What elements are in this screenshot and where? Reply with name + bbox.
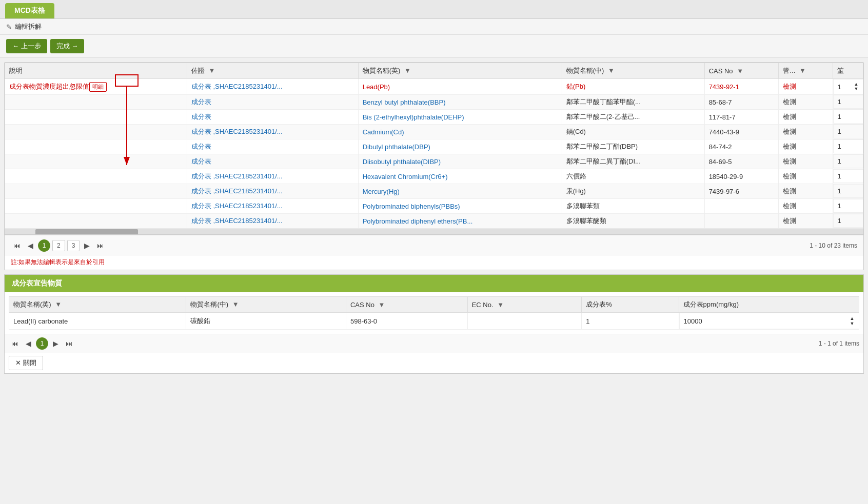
cell-manage: 檢測 — [779, 214, 833, 229]
scrollbar-thumb[interactable] — [35, 229, 138, 235]
top-table-header: 說明 佐證 ▼ 物質名稱(英) ▼ 物質名稱(中) ▼ — [5, 63, 863, 79]
cell-description — [5, 199, 187, 214]
cell-name-zh: 多溴聯苯類 — [562, 199, 704, 214]
cell-evidence: 成分表 ,SHAEC2185231401/... — [187, 184, 358, 199]
table-row: 成分表Dibutyl phthalate(DBP)鄰苯二甲酸二丁酯(DBP)84… — [5, 139, 863, 154]
cell-evidence: 成分表 — [187, 95, 358, 110]
tab-mcd[interactable]: MCD表格 — [5, 3, 54, 18]
prev-page-button[interactable]: ◀ — [25, 240, 36, 251]
cell-name-zh: 鄰苯二甲酸二(2-乙基己... — [562, 110, 704, 125]
bot-col-name-zh: 物質名稱(中) ▼ — [186, 297, 346, 313]
cell-cas-no — [704, 199, 779, 214]
ppm-down-button[interactable]: ▼ — [850, 321, 855, 326]
bot-last-page[interactable]: ⏭ — [63, 338, 75, 349]
bot-filter-cas[interactable]: ▼ — [379, 301, 385, 309]
cell-extra: 1 — [833, 184, 863, 198]
filter-cas-icon[interactable]: ▼ — [737, 67, 743, 75]
bot-filter-name-zh[interactable]: ▼ — [232, 300, 239, 308]
table-row: 成分表Benzyl butyl phthalate(BBP)鄰苯二甲酸丁酯苯甲酯… — [5, 95, 863, 110]
page-3-button[interactable]: 3 — [67, 240, 80, 251]
cell-manage: 檢測 — [779, 125, 833, 139]
detail-button[interactable]: 明細 — [89, 82, 107, 92]
cell-name-en: Mercury(Hg) — [358, 184, 562, 199]
bot-filter-ec[interactable]: ▼ — [497, 301, 504, 309]
cell-cas-no: 85-68-7 — [704, 95, 779, 110]
col-name-zh: 物質名稱(中) ▼ — [562, 63, 704, 79]
finish-button[interactable]: 完成 → — [50, 39, 85, 53]
cell-extra: 1 — [833, 169, 863, 183]
cell-name-zh: 鄰苯二甲酸二丁酯(DBP) — [562, 139, 704, 154]
first-page-button[interactable]: ⏮ — [11, 240, 23, 251]
filter-evidence-icon[interactable]: ▼ — [208, 67, 215, 74]
filter-name-zh-icon[interactable]: ▼ — [608, 67, 615, 74]
page-2-button[interactable]: 2 — [52, 240, 65, 251]
cell-cas-no — [704, 214, 779, 229]
bottom-table-body: Lead(II) carbonate碳酸鉛598-63-0110000▲▼ — [9, 313, 859, 330]
col-manage: 管... ▼ — [779, 63, 833, 79]
bot-filter-name-en[interactable]: ▼ — [55, 300, 62, 308]
cell-name-zh: 六價鉻 — [562, 169, 704, 184]
table-row: 成分表 ,SHAEC2185231401/...Polybrominated b… — [5, 199, 863, 214]
bot-col-ppm: 成分表ppm(mg/kg) — [679, 297, 859, 313]
cell-name-zh: 鄰苯二甲酸二異丁酯(DI... — [562, 154, 704, 169]
bot-cell-name_en: Lead(II) carbonate — [9, 313, 186, 330]
cell-manage: 檢測 — [779, 110, 833, 125]
bot-page-info: 1 - 1 of 1 items — [819, 340, 859, 347]
note-text: 註:如果無法編輯表示是來自於引用 — [5, 256, 863, 270]
col-evidence: 佐證 ▼ — [187, 63, 358, 79]
back-button[interactable]: ← 上一步 — [6, 39, 47, 53]
filter-name-en-icon[interactable]: ▼ — [404, 67, 411, 74]
cell-name-en: Diisobutyl phthalate(DIBP) — [358, 154, 562, 169]
scrollbar-area[interactable] — [5, 229, 863, 235]
cell-cas-no: 117-81-7 — [704, 110, 779, 125]
cell-evidence: 成分表 ,SHAEC2185231401/... — [187, 169, 358, 184]
bottom-table: 物質名稱(英) ▼ 物質名稱(中) ▼ CAS No ▼ EC No. ▼ — [9, 296, 859, 330]
cell-evidence: 成分表 — [187, 110, 358, 125]
cell-evidence: 成分表 ,SHAEC2185231401/... — [187, 125, 358, 139]
cell-description — [5, 214, 187, 229]
edit-icon: ✎ — [6, 23, 12, 31]
cell-evidence: 成分表 — [187, 139, 358, 154]
cell-description — [5, 125, 187, 139]
next-page-button[interactable]: ▶ — [82, 240, 92, 251]
filter-manage-icon[interactable]: ▼ — [799, 67, 806, 74]
page-buttons: ⏮ ◀ 1 2 3 ▶ ⏭ — [11, 239, 107, 252]
bot-cell-percent: 1 — [582, 313, 679, 330]
toolbar: ✎ 編輯拆解 — [0, 19, 868, 35]
close-button[interactable]: ✕ 關閉 — [9, 356, 43, 370]
cell-description — [5, 184, 187, 199]
cell-description — [5, 139, 187, 154]
bot-page-1[interactable]: 1 — [36, 337, 48, 350]
cell-name-zh: 鄰苯二甲酸丁酯苯甲酯(... — [562, 95, 704, 110]
toolbar-label: 編輯拆解 — [15, 22, 42, 31]
top-table-container: 說明 佐證 ▼ 物質名稱(英) ▼ 物質名稱(中) ▼ — [5, 63, 863, 229]
cell-manage: 檢測 — [779, 184, 833, 199]
cell-cas-no: 7439-97-6 — [704, 184, 779, 199]
bottom-table-wrap: 物質名稱(英) ▼ 物質名稱(中) ▼ CAS No ▼ EC No. ▼ — [5, 292, 863, 334]
cell-name-en: Polybrominated biphenyls(PBBs) — [358, 199, 562, 214]
cell-name-en: Benzyl butyl phthalate(BBP) — [358, 95, 562, 110]
bottom-panel-title: 成分表宣告物質 — [5, 275, 863, 292]
bot-col-cas: CAS No ▼ — [346, 297, 467, 313]
cell-extra: 1▲▼ — [833, 79, 863, 94]
page-1-button[interactable]: 1 — [38, 239, 50, 252]
cell-name-zh: 多溴聯苯醚類 — [562, 214, 704, 229]
col-name-en: 物質名稱(英) ▼ — [358, 63, 562, 79]
ppm-up-button[interactable]: ▲ — [850, 316, 855, 321]
action-bar: ← 上一步 完成 → — [0, 35, 868, 58]
row-down-button[interactable]: ▼ — [854, 87, 859, 91]
bot-next-page[interactable]: ▶ — [50, 338, 61, 349]
bot-prev-page[interactable]: ◀ — [23, 338, 34, 349]
cell-extra: 1 — [833, 95, 863, 109]
last-page-button[interactable]: ⏭ — [94, 240, 107, 251]
cell-evidence: 成分表 ,SHAEC2185231401/... — [187, 199, 358, 214]
top-table-body: 成分表物質濃度超出忽限值明細成分表 ,SHAEC2185231401/...Le… — [5, 79, 863, 229]
table-row: 成分表 ,SHAEC2185231401/...Hexavalent Chrom… — [5, 169, 863, 184]
bottom-table-header: 物質名稱(英) ▼ 物質名稱(中) ▼ CAS No ▼ EC No. ▼ — [9, 297, 859, 313]
bot-first-page[interactable]: ⏮ — [9, 338, 21, 349]
cell-cas-no: 84-69-5 — [704, 154, 779, 169]
main-panel: 說明 佐證 ▼ 物質名稱(英) ▼ 物質名稱(中) ▼ — [4, 62, 864, 270]
cell-extra: 1 — [833, 154, 863, 168]
cell-description: 成分表物質濃度超出忽限值明細 — [5, 79, 187, 95]
bot-cell-ec_no — [467, 313, 582, 330]
